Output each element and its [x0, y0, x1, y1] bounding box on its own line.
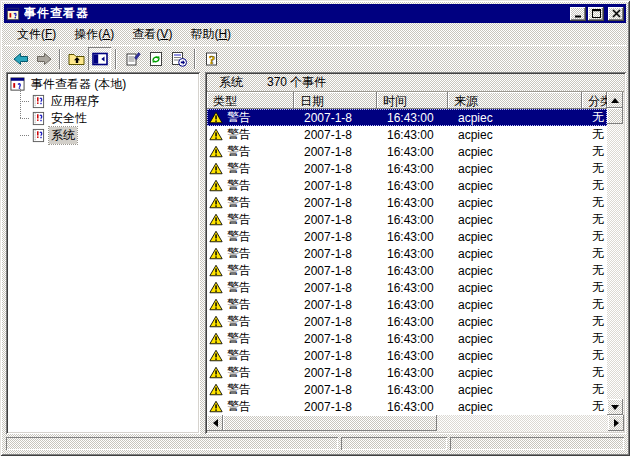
event-date: 2007-1-8	[294, 111, 377, 125]
column-header-row: 类型日期时间来源分类	[207, 92, 607, 109]
tree-item-2[interactable]: 系统	[10, 127, 198, 144]
event-row[interactable]: 警告2007-1-816:43:00acpiec无	[207, 330, 607, 347]
tree-item-event-viewer-local[interactable]: 事件查看器 (本地)	[10, 76, 198, 93]
event-row[interactable]: 警告2007-1-816:43:00acpiec无	[207, 143, 607, 160]
event-time: 16:43:00	[377, 383, 448, 397]
vertical-scrollbar-thumb[interactable]	[607, 108, 623, 124]
maximize-button[interactable]	[588, 7, 604, 21]
close-button[interactable]	[608, 7, 624, 21]
event-time: 16:43:00	[377, 298, 448, 312]
event-row[interactable]: 警告2007-1-816:43:00acpiec无	[207, 313, 607, 330]
event-list: 警告2007-1-816:43:00acpiec无 警告2007-1-816:4…	[207, 109, 607, 415]
menu-item-2[interactable]: 查看(V)	[123, 24, 181, 45]
event-row[interactable]: 警告2007-1-816:43:00acpiec无	[207, 194, 607, 211]
toolbar-separator	[115, 49, 117, 69]
event-source: acpiec	[448, 281, 582, 295]
properties-button[interactable]	[121, 47, 144, 70]
show-hide-console-tree-button[interactable]	[88, 47, 111, 70]
event-row[interactable]: 警告2007-1-816:43:00acpiec无	[207, 296, 607, 313]
column-header-1[interactable]: 日期	[294, 92, 377, 109]
event-time: 16:43:00	[377, 247, 448, 261]
event-type: 警告	[227, 347, 251, 364]
column-header-4[interactable]: 分类	[582, 92, 607, 109]
event-row[interactable]: 警告2007-1-816:43:00acpiec无	[207, 279, 607, 296]
event-date: 2007-1-8	[294, 315, 377, 329]
column-header-2[interactable]: 时间	[377, 92, 448, 109]
scroll-down-button[interactable]	[607, 399, 623, 415]
event-time: 16:43:00	[377, 315, 448, 329]
up-one-level-button[interactable]	[65, 47, 88, 70]
scroll-up-button[interactable]	[607, 92, 623, 108]
minimize-button[interactable]	[570, 7, 586, 21]
help-button[interactable]: ?	[200, 47, 223, 70]
tree-item-label: 应用程序	[49, 93, 101, 110]
event-category: 无	[582, 228, 607, 245]
tree-item-0[interactable]: 应用程序	[10, 93, 198, 110]
refresh-button[interactable]	[144, 47, 167, 70]
event-row[interactable]: 警告2007-1-816:43:00acpiec无	[207, 245, 607, 262]
forward-button[interactable]	[32, 47, 55, 70]
menu-item-0[interactable]: 文件(F)	[8, 24, 65, 45]
event-type: 警告	[227, 279, 251, 296]
event-row[interactable]: 警告2007-1-816:43:00acpiec无	[207, 381, 607, 398]
status-section	[341, 437, 447, 450]
event-row[interactable]: 警告2007-1-816:43:00acpiec无	[207, 398, 607, 415]
event-source: acpiec	[448, 247, 582, 261]
event-category: 无	[582, 330, 607, 347]
export-list-button[interactable]	[167, 47, 190, 70]
event-time: 16:43:00	[377, 162, 448, 176]
warning-icon	[209, 315, 223, 328]
back-button[interactable]	[9, 47, 32, 70]
warning-icon	[209, 281, 223, 294]
event-row[interactable]: 警告2007-1-816:43:00acpiec无	[207, 228, 607, 245]
toolbar-separator	[59, 49, 61, 69]
event-log-icon	[30, 128, 45, 143]
scroll-left-button[interactable]	[207, 415, 223, 431]
event-row[interactable]: 警告2007-1-816:43:00acpiec无	[207, 211, 607, 228]
toolbar-separator	[194, 49, 196, 69]
event-category: 无	[582, 347, 607, 364]
warning-icon	[209, 162, 223, 175]
warning-icon	[209, 264, 223, 277]
event-row[interactable]: 警告2007-1-816:43:00acpiec无	[207, 347, 607, 364]
event-row[interactable]: 警告2007-1-816:43:00acpiec无	[207, 262, 607, 279]
event-type: 警告	[227, 330, 251, 347]
menu-item-1[interactable]: 操作(A)	[65, 24, 123, 45]
menu-accelerator: V	[160, 27, 168, 41]
tree-connector-stub	[20, 118, 29, 119]
menu-accelerator: F	[45, 27, 52, 41]
warning-icon	[209, 111, 223, 124]
event-type: 警告	[227, 109, 251, 126]
event-time: 16:43:00	[377, 366, 448, 380]
event-row[interactable]: 警告2007-1-816:43:00acpiec无	[207, 160, 607, 177]
event-date: 2007-1-8	[294, 383, 377, 397]
event-category: 无	[582, 143, 607, 160]
tree-item-1[interactable]: 安全性	[10, 110, 198, 127]
vertical-scrollbar-track[interactable]	[607, 92, 624, 415]
horizontal-scrollbar-thumb[interactable]	[223, 415, 437, 431]
horizontal-scrollbar[interactable]	[207, 415, 624, 432]
event-date: 2007-1-8	[294, 230, 377, 244]
event-date: 2007-1-8	[294, 145, 377, 159]
warning-icon	[209, 179, 223, 192]
event-row[interactable]: 警告2007-1-816:43:00acpiec无	[207, 109, 607, 126]
event-category: 无	[582, 160, 607, 177]
event-date: 2007-1-8	[294, 162, 377, 176]
svg-text:?: ?	[209, 52, 216, 67]
tree-item-label: 系统	[49, 127, 77, 144]
event-row[interactable]: 警告2007-1-816:43:00acpiec无	[207, 126, 607, 143]
column-header-3[interactable]: 来源	[448, 92, 582, 109]
vertical-scrollbar[interactable]	[607, 92, 624, 415]
event-category: 无	[582, 177, 607, 194]
menu-item-3[interactable]: 帮助(H)	[181, 24, 240, 45]
event-row[interactable]: 警告2007-1-816:43:00acpiec无	[207, 177, 607, 194]
tree-item-label: 安全性	[49, 110, 89, 127]
event-row[interactable]: 警告2007-1-816:43:00acpiec无	[207, 364, 607, 381]
event-category: 无	[582, 262, 607, 279]
event-category: 无	[582, 126, 607, 143]
column-header-0[interactable]: 类型	[207, 92, 294, 109]
title-bar[interactable]: 事件查看器	[4, 4, 626, 23]
scroll-right-button[interactable]	[608, 415, 624, 431]
event-category: 无	[582, 279, 607, 296]
event-source: acpiec	[448, 383, 582, 397]
